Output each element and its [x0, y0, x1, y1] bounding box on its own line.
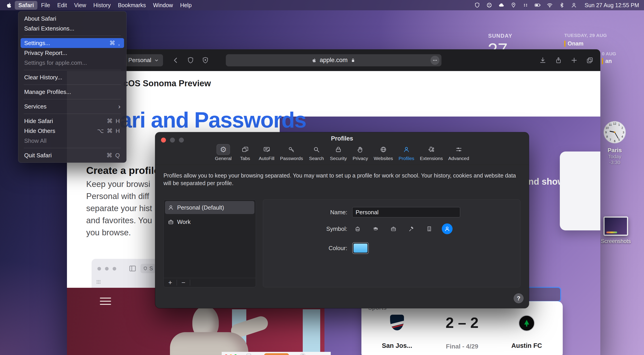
list-footer: + − — [164, 278, 256, 287]
menu-history[interactable]: History — [90, 1, 114, 10]
world-clock-widget[interactable]: 121234567891011 Paris Today -3:30 — [597, 121, 632, 165]
ellipsis-icon — [432, 58, 438, 63]
menu-item-privacy-report[interactable]: Privacy Report... — [20, 48, 124, 58]
svg-text:1: 1 — [618, 123, 620, 126]
tab-search[interactable]: Search — [308, 144, 324, 161]
tab-general[interactable]: ⚙ General — [215, 144, 232, 161]
menu-help[interactable]: Help — [176, 1, 195, 10]
menu-item-safari-extensions[interactable]: Safari Extensions... — [20, 24, 124, 33]
svg-text:2: 2 — [622, 126, 623, 130]
svg-text:12: 12 — [613, 122, 616, 125]
ball-status-icon[interactable] — [486, 2, 492, 8]
tab-passwords[interactable]: Passwords — [280, 144, 303, 161]
svg-text:11: 11 — [609, 123, 612, 126]
menu-view[interactable]: View — [70, 1, 90, 10]
bluetooth-icon[interactable] — [559, 2, 565, 8]
menu-item-hide-safari[interactable]: Hide Safari⌘ H — [20, 116, 124, 126]
menu-item-clear-history[interactable]: Clear History... — [20, 72, 124, 82]
team2-name: Austin FC — [504, 342, 549, 349]
location-icon[interactable] — [510, 2, 516, 8]
clock-city: Paris — [597, 147, 632, 154]
menu-item-settings-for-site: Settings for apple.com... — [20, 58, 124, 68]
menu-safari[interactable]: Safari — [15, 1, 38, 10]
menu-item-quit-safari[interactable]: Quit Safari⌘ Q — [20, 150, 124, 160]
menu-bookmarks[interactable]: Bookmarks — [114, 1, 149, 10]
calendar-event-2: an — [602, 58, 612, 64]
symbol-building-button[interactable] — [424, 223, 435, 234]
symbol-hammer-button[interactable] — [406, 223, 417, 234]
dots-grid-icon[interactable] — [522, 2, 529, 8]
remove-profile-button[interactable]: − — [177, 278, 190, 287]
hamburger-menu-icon[interactable] — [100, 298, 111, 307]
hammer-icon — [408, 226, 414, 232]
profile-button-label: Personal — [128, 57, 151, 64]
menu-file[interactable]: File — [38, 1, 54, 10]
menu-item-settings[interactable]: Settings...⌘ , — [20, 38, 124, 48]
menu-bar-clock[interactable]: Sun 27 Aug 12:55 PM — [585, 2, 639, 9]
battery-icon[interactable] — [534, 2, 541, 8]
profile-name-field[interactable] — [352, 207, 460, 217]
svg-text:5: 5 — [618, 138, 620, 141]
austin-fc-logo — [518, 315, 535, 331]
browser-mockup-image: S — [92, 259, 162, 288]
symbol-graduation-cap-button[interactable] — [370, 223, 381, 234]
key-icon — [288, 146, 295, 153]
address-text: apple.com — [320, 57, 348, 64]
page-widget-card — [560, 152, 600, 230]
cloud-icon[interactable] — [498, 2, 504, 8]
colour-well[interactable] — [352, 242, 369, 254]
chevron-down-icon — [154, 58, 159, 63]
symbol-label: Symbol: — [268, 225, 347, 232]
tab-extensions[interactable]: Extensions — [420, 144, 443, 161]
downloads-button[interactable] — [539, 57, 546, 64]
screenshots-label: Screenshots — [598, 238, 633, 244]
apple-menu-icon[interactable] — [6, 2, 12, 9]
clock-day-label: Today — [597, 154, 632, 160]
menu-item-services[interactable]: Services› — [20, 102, 124, 111]
gear-icon: ⚙ — [220, 145, 226, 154]
profile-switcher-button[interactable]: Personal — [124, 54, 163, 66]
profile-row-work[interactable]: Work — [165, 215, 254, 228]
wifi-icon[interactable] — [546, 2, 553, 8]
privacy-shield-icon[interactable] — [187, 57, 194, 64]
page-menu-button[interactable] — [430, 56, 440, 65]
sports-widget[interactable]: Sports San Jos... 2 – 2 Final - 4/29 Aus… — [362, 301, 563, 355]
symbol-backpack-button[interactable] — [352, 223, 363, 234]
tab-advanced[interactable]: Advanced — [448, 144, 469, 161]
address-bar[interactable]: apple.com — [226, 54, 442, 66]
help-button[interactable]: ? — [514, 293, 524, 303]
tab-privacy[interactable]: Privacy — [352, 144, 368, 161]
symbol-briefcase-button[interactable] — [388, 223, 399, 234]
mockup-grid-icon — [96, 279, 102, 285]
menu-item-manage-profiles[interactable]: Manage Profiles... — [20, 87, 124, 97]
menu-edit[interactable]: Edit — [54, 1, 70, 10]
puzzle-icon — [428, 146, 435, 153]
tab-tabs[interactable]: Tabs — [237, 144, 253, 161]
screenshots-desktop-icon[interactable]: Screenshots — [598, 216, 633, 244]
svg-text:9: 9 — [605, 131, 606, 134]
mockup-tab: S — [140, 264, 156, 273]
back-button[interactable] — [172, 57, 180, 64]
shield-status-icon[interactable] — [474, 2, 480, 8]
mockup-orange-button — [264, 353, 289, 355]
share-button[interactable] — [555, 57, 562, 64]
menu-item-about-safari[interactable]: About Safari — [20, 14, 124, 24]
new-tab-button[interactable] — [570, 57, 578, 64]
shield-icon — [143, 266, 148, 271]
tab-overview-button[interactable] — [586, 57, 594, 64]
extension-shield-icon[interactable] — [202, 57, 209, 64]
submenu-chevron-icon: › — [118, 103, 120, 110]
page-kicker: cOS Sonoma Preview — [124, 79, 211, 88]
tab-profiles[interactable]: Profiles — [398, 144, 414, 161]
menu-item-hide-others[interactable]: Hide Others⌥ ⌘ H — [20, 126, 124, 136]
add-profile-button[interactable]: + — [164, 278, 177, 287]
menu-window[interactable]: Window — [149, 1, 176, 10]
carousel-back-button[interactable] — [300, 353, 306, 355]
tab-websites[interactable]: Websites — [374, 144, 393, 161]
profile-row-personal[interactable]: Personal (Default) — [165, 201, 254, 214]
symbol-person-button[interactable] — [442, 223, 452, 234]
tab-autofill[interactable]: AutoFill — [259, 144, 275, 161]
user-status-icon[interactable] — [571, 2, 577, 8]
tab-security[interactable]: Security — [330, 144, 347, 161]
svg-text:8: 8 — [606, 135, 608, 138]
